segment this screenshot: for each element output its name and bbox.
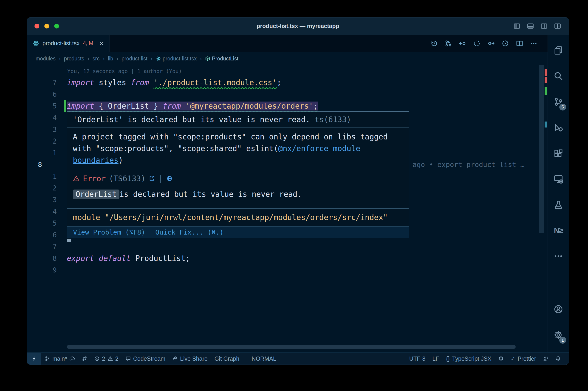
pull-request-icon[interactable] (445, 40, 452, 47)
vim-mode-label: -- NORMAL -- (246, 355, 281, 362)
problems-status[interactable]: 22 (91, 353, 122, 365)
open-error-docs-icon[interactable] (149, 175, 155, 182)
code-line[interactable]: 8export default ProductList; (27, 252, 548, 264)
run-file-icon[interactable] (502, 40, 509, 47)
split-editor-icon[interactable] (516, 40, 523, 47)
window-title: product-list.tsx — myreactapp (27, 23, 569, 29)
line-number: 7 (27, 241, 57, 252)
prettier-status[interactable]: ✓Prettier (507, 353, 540, 365)
statusbar-right: UTF-8 LF {}TypeScript JSX ✓Prettier (406, 353, 564, 365)
error-label: Error (83, 174, 106, 183)
dashed-circle-icon[interactable] (473, 40, 481, 47)
breadcrumb: modules › products › src › lib › product… (27, 52, 548, 65)
gitlens-blame-header: You, 12 seconds ago | 1 author (You) (27, 65, 548, 77)
branch-icon (45, 356, 50, 361)
quick-fix-button[interactable]: Quick Fix... (⌘.) (155, 228, 224, 236)
activitybar-testing[interactable] (548, 192, 569, 217)
vim-mode-status[interactable]: -- NORMAL -- (243, 353, 285, 365)
status-bar: main* 22 CodeStream Live Share Git Graph… (27, 352, 569, 365)
code-token: import (67, 101, 94, 110)
module-keyword: module (73, 213, 105, 222)
zoom-window-button[interactable] (54, 24, 59, 28)
remote-explorer-icon (554, 174, 563, 184)
globe-icon[interactable] (166, 175, 172, 182)
breadcrumb-product-list-dir[interactable]: product-list (121, 56, 147, 62)
code-token: ; (313, 101, 318, 110)
minimize-window-button[interactable] (44, 24, 49, 28)
diagnostic-source: ts(6133) (315, 115, 351, 124)
toggle-sidebar-right-icon[interactable] (540, 22, 548, 30)
lightning-icon (31, 356, 37, 361)
line-number: 9 (27, 264, 57, 276)
code-token: from (131, 78, 149, 87)
breadcrumb-symbol[interactable]: ProductList (205, 56, 239, 62)
breadcrumb-products[interactable]: products (64, 56, 84, 62)
line-number: 3 (27, 124, 57, 135)
previous-change-icon[interactable] (459, 40, 466, 47)
breadcrumb-file[interactable]: product-list.tsx (156, 56, 197, 62)
activitybar-extensions[interactable] (548, 140, 569, 166)
git-branch-status[interactable]: main* (41, 353, 78, 365)
encoding-status[interactable]: UTF-8 (406, 353, 429, 365)
breadcrumb-lib[interactable]: lib (108, 56, 113, 62)
customize-layout-icon[interactable] (554, 22, 561, 30)
more-actions-icon[interactable] (530, 40, 537, 47)
tab-close-icon[interactable]: × (99, 40, 104, 47)
live-share-status[interactable]: Live Share (169, 353, 211, 365)
activitybar-settings[interactable]: 1 (548, 322, 569, 348)
close-window-button[interactable] (34, 24, 39, 28)
git-graph-status[interactable]: Git Graph (211, 353, 243, 365)
toggle-panel-icon[interactable] (527, 22, 534, 30)
remote-indicator[interactable] (27, 353, 41, 365)
code-line[interactable]: 7import styles from './product-list.modu… (27, 77, 548, 89)
feedback-status[interactable] (540, 353, 552, 365)
breadcrumb-src[interactable]: src (92, 56, 100, 62)
code-line[interactable]: 7 (27, 241, 548, 252)
next-change-icon[interactable] (487, 40, 495, 47)
module-path: "/Users/juri/nrwl/content/myreactapp/mod… (105, 213, 388, 222)
code-editor[interactable]: You, 12 seconds ago | 1 author (You) 7im… (27, 65, 548, 352)
code-token: '@myreactapp/modules/orders' (186, 101, 313, 110)
view-problem-button[interactable]: View Problem (⌥F8) (73, 228, 145, 236)
activitybar-nx-console[interactable]: N≥ (548, 217, 569, 243)
code-line[interactable]: 5import { OrderList } from '@myreactapp/… (27, 100, 548, 112)
more-views-icon (554, 251, 563, 261)
tab-product-list[interactable]: product-list.tsx 4, M × (27, 35, 110, 52)
code-line[interactable]: 6 (27, 89, 548, 100)
breadcrumb-separator: › (103, 55, 104, 62)
codestream-status[interactable]: CodeStream (122, 353, 169, 365)
line-number: 8 (27, 252, 57, 264)
code-token: ; (277, 78, 281, 87)
activitybar-run-debug[interactable] (548, 115, 569, 140)
toggle-sidebar-left-icon[interactable] (513, 22, 520, 30)
layout-controls (513, 22, 569, 30)
horizontal-scrollbar[interactable] (67, 345, 516, 349)
line-number: 5 (27, 217, 57, 229)
feedback-icon (543, 356, 549, 361)
breadcrumb-separator: › (151, 55, 153, 62)
github-status[interactable] (495, 353, 507, 365)
language-mode-status[interactable]: {}TypeScript JSX (443, 353, 495, 365)
tab-problem-badge: 4, M (83, 40, 93, 46)
notifications-status[interactable] (552, 353, 564, 365)
hover-resize-grip[interactable] (67, 239, 71, 242)
git-compare-status[interactable] (78, 353, 91, 365)
activitybar-remote-explorer[interactable] (548, 166, 569, 192)
code-token: import (67, 78, 94, 87)
activitybar-source-control[interactable]: 5 (548, 89, 569, 115)
vertical-scrollbar[interactable] (539, 65, 544, 233)
activitybar-explorer[interactable] (548, 37, 569, 63)
overview-ruler-error-mark (545, 77, 547, 83)
line-number: 1 (27, 171, 57, 182)
timeline-history-icon[interactable] (430, 40, 438, 47)
activitybar-account[interactable] (548, 296, 569, 322)
cloud-upload-icon (69, 356, 75, 361)
git-graph-label: Git Graph (215, 355, 239, 362)
eol-status[interactable]: LF (429, 353, 443, 365)
activitybar-more[interactable] (548, 243, 569, 269)
code-line[interactable]: 9 (27, 264, 548, 276)
activitybar-search[interactable] (548, 63, 569, 89)
code-token (149, 78, 154, 87)
overview-ruler-error-mark (545, 69, 547, 76)
breadcrumb-modules[interactable]: modules (36, 56, 56, 62)
